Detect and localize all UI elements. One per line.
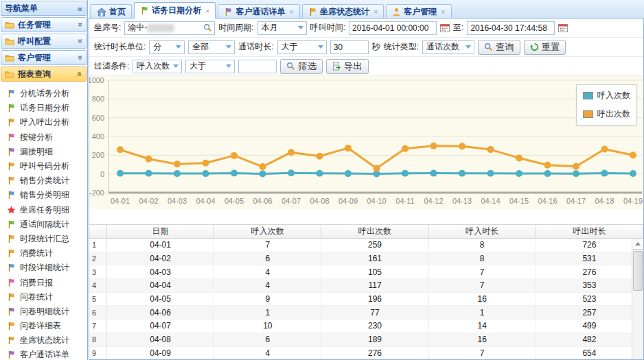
sidebar-item[interactable]: 销售分类明细 (7, 188, 87, 202)
sidebar-section-task-mgmt[interactable]: 任务管理 « (1, 17, 87, 32)
close-icon[interactable]: × (441, 8, 445, 16)
search-icon (484, 43, 493, 51)
column-header-incoming-calls[interactable]: 呼入次数 (214, 225, 321, 238)
scrollbar-thumb[interactable] (633, 251, 643, 291)
table-cell: 4 (214, 347, 321, 360)
sidebar-item[interactable]: 问卷明细统计 (7, 304, 87, 319)
svg-text:04-04: 04-04 (196, 197, 215, 205)
filter-value-field[interactable] (238, 60, 277, 73)
calendar-icon[interactable] (440, 23, 450, 32)
calltime-from-input[interactable] (352, 23, 434, 33)
sidebar-section-customer-mgmt[interactable]: 客户管理 « (1, 50, 87, 65)
sidebar-item[interactable]: 问卷详细表 (7, 319, 87, 333)
sidebar-title: 导航菜单 (5, 3, 38, 14)
sidebar-item[interactable]: 漏接明细 (7, 145, 87, 159)
svg-text:0: 0 (100, 170, 104, 178)
calltime-from-field[interactable] (349, 21, 437, 35)
period-select[interactable]: 本月 (257, 21, 307, 35)
table-row[interactable]: 204-0261618531 (89, 252, 643, 266)
table-cell: 7 (429, 265, 536, 278)
home-icon (97, 8, 106, 16)
table-cell: 04-06 (107, 306, 214, 319)
tab-agent-status-stats[interactable]: 坐席状态统计× (302, 4, 384, 19)
tab-customer-call-detail[interactable]: 客户通话详单× (218, 4, 299, 19)
table-row[interactable]: 704-071023014499 (89, 320, 643, 333)
sidebar-item[interactable]: 话务日期分析 (7, 101, 87, 115)
table-row[interactable]: 104-0172598726 (89, 239, 643, 252)
export-button[interactable]: 导出 (326, 59, 369, 74)
calltime-to-input[interactable] (470, 23, 552, 33)
column-header-date[interactable]: 日期 (107, 225, 214, 238)
sidebar-item-label: 话务日期分析 (20, 102, 69, 114)
sidebar-item[interactable]: 消费统计 (7, 246, 87, 261)
sidebar-item[interactable]: 坐席状态统计 (7, 333, 87, 348)
tab-call-date-analysis[interactable]: 话务日期分析× (134, 2, 216, 19)
tab-customer-mgmt[interactable]: 客户管理× (386, 4, 451, 19)
search-icon[interactable] (203, 23, 212, 32)
sidebar-item[interactable]: 时段统计汇总 (7, 232, 87, 246)
flag-icon (7, 249, 16, 258)
duration-op-select[interactable]: 大于 (277, 40, 327, 54)
sidebar-item-label: 按键分析 (20, 132, 53, 143)
svg-text:04-09: 04-09 (338, 197, 358, 205)
vertical-scrollbar[interactable] (632, 239, 643, 360)
flag-icon (7, 89, 16, 98)
collapse-sidebar-icon[interactable]: « (78, 3, 82, 14)
scope-select[interactable]: 全部 (188, 40, 235, 54)
sidebar-item[interactable]: 分机话务分析 (7, 86, 87, 101)
table-row[interactable]: 604-061771257 (89, 306, 643, 320)
chevron-down-icon: « (76, 23, 85, 27)
sidebar-section-reports[interactable]: 报表查询 « (1, 67, 87, 82)
close-icon[interactable]: × (205, 7, 209, 15)
period-value: 本月 (262, 22, 278, 34)
calltime-to-field[interactable] (467, 21, 555, 35)
sidebar-item[interactable]: 客户通话详单 (7, 348, 87, 360)
table-row[interactable]: 304-0341057276 (89, 265, 643, 279)
unit-select[interactable]: 分 (149, 40, 185, 54)
table-cell: 04-02 (107, 252, 214, 265)
sidebar-item[interactable]: 呼入呼出分析 (7, 115, 87, 130)
column-header-outgoing-duration[interactable]: 呼出时长 (536, 225, 643, 238)
sidebar-section-call-config[interactable]: 呼叫配置 « (1, 34, 87, 49)
column-header-outgoing-calls[interactable]: 呼出次数 (321, 225, 428, 238)
table-row[interactable]: 404-0441177353 (89, 279, 643, 293)
query-button[interactable]: 查询 (478, 40, 520, 55)
row-number: 6 (89, 306, 107, 319)
close-icon[interactable]: × (289, 8, 293, 16)
table-row[interactable]: 504-05919616523 (89, 293, 643, 307)
filter-op-select[interactable]: 大于 (185, 60, 235, 73)
svg-text:-200: -200 (89, 189, 104, 197)
filter-row-3: 过滤条件: 呼入次数 大于 筛选 (89, 57, 643, 76)
table-row[interactable]: 904-0942767654 (89, 347, 643, 360)
sidebar-item[interactable]: 时段详细统计 (7, 261, 87, 275)
filter-field-select[interactable]: 呼入次数 (133, 60, 182, 73)
table-row[interactable]: 804-08618916482 (89, 333, 643, 347)
legend-item[interactable]: 呼入次数 (583, 90, 630, 101)
filter-value-input[interactable] (242, 62, 274, 71)
column-header-incoming-duration[interactable]: 呼入时长 (429, 225, 536, 238)
row-number: 4 (89, 279, 107, 292)
calendar-icon[interactable] (558, 23, 568, 32)
sidebar-item[interactable]: 按键分析 (7, 130, 87, 145)
sidebar-item[interactable]: 问卷统计 (7, 290, 87, 304)
tab-home[interactable]: 首页 (91, 4, 132, 19)
close-icon[interactable]: × (373, 8, 378, 16)
reset-button[interactable]: 重置 (524, 40, 566, 55)
row-number: 2 (89, 252, 107, 265)
sidebar-item-label: 销售分类统计 (20, 175, 69, 187)
sidebar-item[interactable]: 销售分类统计 (7, 173, 87, 188)
legend-item[interactable]: 呼出次数 (583, 108, 630, 120)
sidebar-item[interactable]: 坐席任务明细 (7, 203, 87, 217)
svg-text:04-02: 04-02 (139, 197, 158, 205)
duration-value-field[interactable] (330, 40, 369, 54)
scroll-up-button[interactable] (632, 239, 643, 250)
table-cell: 7 (429, 347, 536, 360)
sidebar-item[interactable]: 通话间隔统计 (7, 217, 87, 232)
duration-value-input[interactable] (334, 43, 366, 52)
stat-type-select[interactable]: 通话次数 (422, 40, 474, 54)
filter-button[interactable]: 筛选 (280, 59, 323, 74)
agent-field[interactable]: 渝中- (124, 21, 215, 35)
sidebar-item[interactable]: 呼叫号码分析 (7, 159, 87, 173)
filter-field-value: 呼入次数 (137, 60, 170, 72)
sidebar-item[interactable]: 消费日报 (7, 275, 87, 289)
